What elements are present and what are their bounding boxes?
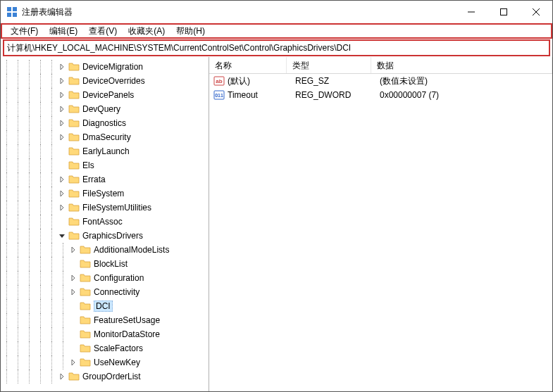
- menu-view[interactable]: 查看(V): [83, 24, 123, 39]
- svg-rect-1: [13, 7, 17, 11]
- maximize-button[interactable]: [487, 1, 520, 23]
- column-header-data[interactable]: 数据: [371, 57, 552, 73]
- column-header-name[interactable]: 名称: [209, 57, 287, 73]
- tree-item-label: Connectivity: [94, 287, 139, 297]
- folder-icon: [68, 175, 80, 184]
- folder-icon: [68, 90, 80, 100]
- column-header-type[interactable]: 类型: [287, 57, 371, 73]
- tree-item[interactable]: MonitorDataStore: [1, 327, 209, 341]
- tree-item[interactable]: EarlyLaunch: [1, 144, 209, 158]
- folder-icon: [80, 343, 91, 353]
- tree-item[interactable]: BlockList: [1, 257, 209, 271]
- chevron-right-icon[interactable]: [57, 106, 67, 113]
- chevron-right-icon[interactable]: [57, 77, 67, 85]
- tree-item[interactable]: DeviceMigration: [1, 60, 209, 74]
- tree-item[interactable]: DeviceOverrides: [1, 74, 209, 88]
- tree-item-label: AdditionalModeLists: [94, 245, 169, 255]
- folder-icon: [68, 76, 80, 86]
- tree-item[interactable]: GroupOrderList: [1, 369, 209, 384]
- tree-item[interactable]: DCI: [1, 299, 209, 313]
- tree-item[interactable]: UseNewKey: [1, 355, 209, 369]
- address-text: 计算机\HKEY_LOCAL_MACHINE\SYSTEM\CurrentCon…: [7, 42, 351, 54]
- folder-icon: [80, 315, 91, 325]
- value-data: 0x00000007 (7): [374, 90, 552, 100]
- tree-item[interactable]: GraphicsDrivers: [1, 229, 209, 243]
- chevron-right-icon[interactable]: [57, 63, 67, 71]
- folder-icon: [68, 104, 80, 114]
- tree-item-label: Diagnostics: [82, 118, 126, 128]
- tree-item[interactable]: Els: [1, 158, 209, 172]
- minimize-button[interactable]: [455, 1, 487, 23]
- folder-icon: [68, 146, 80, 156]
- tree-item-label: ScaleFactors: [94, 343, 143, 353]
- value-row[interactable]: ab(默认)REG_SZ(数值未设置): [209, 74, 552, 88]
- menu-file[interactable]: 文件(F): [5, 24, 44, 39]
- chevron-right-icon[interactable]: [68, 359, 78, 367]
- svg-rect-0: [7, 7, 11, 11]
- value-data: (数值未设置): [374, 75, 552, 87]
- chevron-right-icon[interactable]: [57, 176, 67, 184]
- tree-item-label: BlockList: [94, 259, 128, 269]
- value-type: REG_DWORD: [290, 90, 374, 100]
- chevron-right-icon[interactable]: [57, 120, 67, 127]
- svg-text:ab: ab: [216, 78, 222, 84]
- values-header: 名称 类型 数据: [209, 57, 552, 74]
- values-list: ab(默认)REG_SZ(数值未设置)011TimeoutREG_DWORD0x…: [209, 74, 552, 102]
- folder-icon: [68, 62, 80, 72]
- svg-text:011: 011: [215, 93, 223, 98]
- chevron-right-icon[interactable]: [57, 190, 67, 198]
- tree-item[interactable]: Errata: [1, 172, 209, 186]
- folder-icon: [80, 245, 91, 255]
- tree-item[interactable]: DevicePanels: [1, 88, 209, 102]
- chevron-right-icon[interactable]: [68, 274, 78, 282]
- tree-item-label: DmaSecurity: [82, 132, 131, 142]
- chevron-right-icon[interactable]: [57, 134, 67, 141]
- tree-item[interactable]: FileSystemUtilities: [1, 201, 209, 215]
- value-row[interactable]: 011TimeoutREG_DWORD0x00000007 (7): [209, 88, 552, 102]
- tree-item-label: EarlyLaunch: [82, 146, 130, 156]
- tree-item-label: FontAssoc: [82, 217, 123, 227]
- folder-icon: [68, 160, 80, 170]
- menu-favorites[interactable]: 收藏夹(A): [123, 24, 170, 39]
- tree-item-label: DevicePanels: [82, 90, 134, 100]
- tree-item[interactable]: Connectivity: [1, 285, 209, 299]
- chevron-right-icon[interactable]: [57, 91, 67, 99]
- folder-icon: [80, 358, 91, 367]
- tree-pane[interactable]: DeviceMigrationDeviceOverridesDevicePane…: [1, 57, 209, 391]
- tree-item-label: Errata: [82, 175, 106, 184]
- tree-item[interactable]: AdditionalModeLists: [1, 243, 209, 257]
- menu-edit[interactable]: 编辑(E): [44, 24, 83, 39]
- tree-item-label: GroupOrderList: [82, 372, 141, 381]
- value-name: (默认): [228, 75, 290, 87]
- tree-item[interactable]: DevQuery: [1, 102, 209, 116]
- tree-item[interactable]: DmaSecurity: [1, 130, 209, 144]
- tree-item-label: FileSystemUtilities: [82, 203, 151, 213]
- tree-item-label: GraphicsDrivers: [82, 231, 143, 241]
- folder-icon: [68, 118, 80, 128]
- window-title: 注册表编辑器: [22, 6, 455, 18]
- tree-item-label: MonitorDataStore: [94, 329, 160, 339]
- tree-item[interactable]: FontAssoc: [1, 215, 209, 229]
- tree-item[interactable]: Configuration: [1, 271, 209, 285]
- tree-item[interactable]: FileSystem: [1, 186, 209, 201]
- close-button[interactable]: [520, 1, 552, 23]
- tree-item[interactable]: ScaleFactors: [1, 341, 209, 355]
- tree-item[interactable]: Diagnostics: [1, 116, 209, 130]
- folder-icon: [68, 189, 80, 198]
- content-area: DeviceMigrationDeviceOverridesDevicePane…: [1, 57, 552, 391]
- svg-rect-5: [501, 9, 507, 15]
- address-bar[interactable]: 计算机\HKEY_LOCAL_MACHINE\SYSTEM\CurrentCon…: [4, 40, 549, 56]
- app-icon: [6, 6, 18, 18]
- chevron-down-icon[interactable]: [57, 232, 67, 240]
- tree-item[interactable]: FeatureSetUsage: [1, 313, 209, 327]
- chevron-right-icon[interactable]: [57, 204, 67, 212]
- values-pane: 名称 类型 数据 ab(默认)REG_SZ(数值未设置)011TimeoutRE…: [209, 57, 552, 391]
- chevron-right-icon[interactable]: [68, 289, 78, 296]
- tree-item-label: FeatureSetUsage: [94, 315, 160, 325]
- svg-rect-3: [13, 13, 17, 17]
- tree-item-label: DCI: [94, 301, 113, 312]
- menu-help[interactable]: 帮助(H): [170, 24, 211, 39]
- tree-item-label: DevQuery: [82, 104, 120, 114]
- chevron-right-icon[interactable]: [57, 373, 67, 381]
- chevron-right-icon[interactable]: [68, 246, 78, 254]
